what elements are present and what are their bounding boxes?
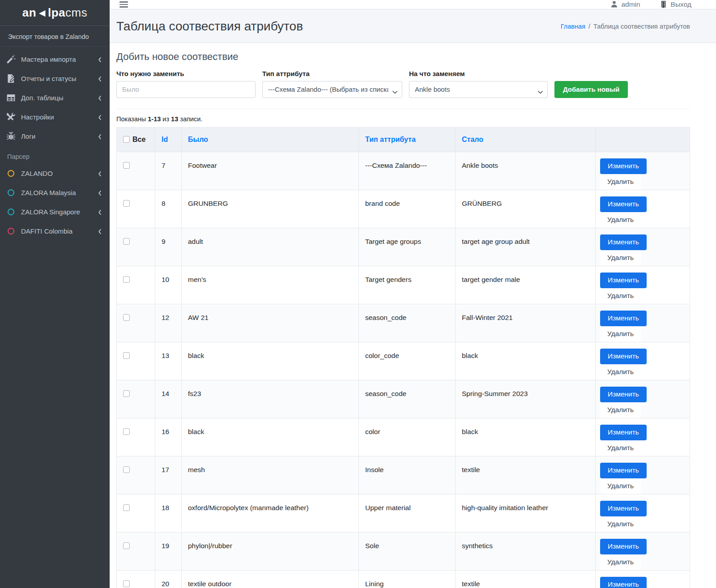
row-attr-type: Insole — [359, 456, 456, 494]
row-checkbox[interactable] — [123, 542, 130, 549]
attribute-type-select[interactable]: ---Схема Zalando--- (Выбрать из списка — [262, 81, 402, 98]
sidebar-item-label: Отчеты и статусы — [21, 75, 98, 82]
delete-button[interactable]: Удалить — [600, 250, 641, 266]
brand-text: an — [22, 6, 36, 20]
circle-icon — [8, 228, 14, 234]
select-all-label: Все — [132, 136, 145, 144]
breadcrumb-separator: / — [588, 23, 590, 30]
row-checkbox[interactable] — [123, 466, 130, 473]
sidebar-item-label: DAFITI Colombia — [21, 227, 98, 235]
row-was: adult — [182, 228, 359, 266]
replace-with-select[interactable]: Ankle boots — [409, 81, 548, 98]
edit-button[interactable]: Изменить — [600, 349, 647, 364]
breadcrumb-home-link[interactable]: Главная — [561, 23, 585, 30]
add-new-button[interactable]: Добавить новый — [554, 81, 628, 98]
column-header-attr-type[interactable]: Тип аттрибута — [359, 127, 456, 152]
sidebar-item-dafiti-colombia[interactable]: DAFITI Colombia — [0, 222, 110, 241]
delete-button[interactable]: Удалить — [600, 554, 641, 570]
sidebar-item-label: Настройки — [21, 113, 98, 121]
delete-button[interactable]: Удалить — [600, 402, 641, 418]
row-became: black — [456, 342, 596, 380]
edit-button[interactable]: Изменить — [600, 577, 647, 588]
column-header-id[interactable]: Id — [155, 127, 182, 152]
row-checkbox[interactable] — [123, 352, 130, 359]
delete-button[interactable]: Удалить — [600, 478, 641, 494]
circle-icon — [8, 189, 14, 196]
row-checkbox[interactable] — [123, 276, 130, 283]
sidebar-item-zalora-singapore[interactable]: ZALORA Singapore — [0, 202, 110, 222]
edit-button[interactable]: Изменить — [600, 196, 647, 212]
tools-icon — [6, 112, 16, 122]
row-became: textile — [456, 570, 596, 588]
delete-button[interactable]: Удалить — [600, 364, 641, 380]
edit-button[interactable]: Изменить — [600, 425, 647, 440]
row-checkbox[interactable] — [123, 314, 130, 321]
row-checkbox[interactable] — [123, 504, 130, 511]
sidebar-item-label: ZALANDO — [21, 170, 98, 177]
column-header-became[interactable]: Стало — [456, 127, 596, 152]
row-was: fs23 — [182, 380, 359, 418]
edit-button[interactable]: Изменить — [600, 158, 647, 174]
delete-button[interactable]: Удалить — [600, 174, 641, 190]
delete-button[interactable]: Удалить — [600, 516, 641, 532]
field-label: Что нужно заменить — [116, 70, 256, 77]
row-id: 18 — [155, 494, 182, 532]
row-became: Fall-Winter 2021 — [456, 304, 596, 342]
row-checkbox[interactable] — [123, 238, 130, 245]
edit-button[interactable]: Изменить — [600, 501, 647, 516]
bug-icon — [6, 132, 16, 141]
was-input[interactable] — [116, 81, 256, 98]
row-checkbox[interactable] — [123, 390, 130, 397]
sidebar-item-label: ZALORA Malaysia — [21, 189, 98, 196]
sidebar-item-settings[interactable]: Настройки — [0, 107, 110, 127]
column-header-was[interactable]: Было — [182, 127, 359, 152]
edit-button[interactable]: Изменить — [600, 539, 647, 554]
sidebar-item-zalando[interactable]: ZALANDO — [0, 164, 110, 183]
divider — [116, 109, 690, 109]
mapping-card: Добить новое соотвествие Что нужно замен… — [110, 43, 716, 588]
row-attr-type: brand code — [359, 190, 456, 228]
brand-text-2: lpa — [48, 6, 65, 20]
delete-button[interactable]: Удалить — [600, 288, 641, 304]
row-checkbox[interactable] — [123, 580, 130, 587]
sidebar-item-zalora-malaysia[interactable]: ZALORA Malaysia — [0, 183, 110, 202]
brand-logo[interactable]: an◄lpacms — [0, 0, 110, 26]
row-attr-type: season_code — [359, 304, 456, 342]
row-checkbox[interactable] — [123, 428, 130, 435]
delete-button[interactable]: Удалить — [600, 326, 641, 342]
brand-suffix: cms — [65, 6, 87, 20]
select-all-checkbox[interactable] — [123, 136, 130, 143]
mapping-table-body: 7 Footwear ---Схема Zalando--- Ankle boo… — [117, 152, 690, 588]
sidebar-item-reports-statuses[interactable]: Отчеты и статусы — [0, 69, 110, 88]
sidebar-item-logs[interactable]: Логи — [0, 127, 110, 146]
replace-with-select-wrap: Ankle boots — [409, 81, 548, 98]
sidebar-item-import-masters[interactable]: Мастера импорта — [0, 50, 110, 69]
edit-button[interactable]: Изменить — [600, 463, 647, 478]
edit-button[interactable]: Изменить — [600, 311, 647, 326]
menu-toggle-icon[interactable] — [119, 0, 128, 9]
edit-button[interactable]: Изменить — [600, 273, 647, 288]
row-was: mesh — [182, 456, 359, 494]
delete-button[interactable]: Удалить — [600, 212, 641, 228]
table-row: 14 fs23 season_code Spring-Summer 2023 И… — [117, 380, 690, 418]
row-actions: Изменить Удалить — [596, 570, 690, 588]
logout-button[interactable]: Выход — [660, 0, 691, 9]
user-menu[interactable]: admin — [610, 0, 640, 9]
sidebar-item-label: Доп. таблицы — [21, 94, 98, 102]
edit-button[interactable]: Изменить — [600, 234, 647, 250]
row-actions: Изменить Удалить — [596, 152, 690, 190]
edit-button[interactable]: Изменить — [600, 387, 647, 402]
brand-arrow-glyph: ◄ — [37, 7, 47, 19]
table-row: 16 black color black Изменить Удалить — [117, 418, 690, 456]
chevron-left-icon — [98, 133, 102, 139]
delete-button[interactable]: Удалить — [600, 440, 641, 456]
sidebar-item-extra-tables[interactable]: Доп. таблицы — [0, 88, 110, 107]
row-checkbox[interactable] — [123, 162, 130, 169]
row-id: 9 — [155, 228, 182, 266]
table-icon — [6, 93, 16, 102]
row-checkbox[interactable] — [123, 200, 130, 207]
topbar-right: admin Выход — [610, 0, 691, 9]
sidebar: an◄lpacms Экспорт товаров в Zalando Маст… — [0, 0, 110, 588]
row-was: GRUNBERG — [182, 190, 359, 228]
chevron-left-icon — [98, 95, 102, 101]
